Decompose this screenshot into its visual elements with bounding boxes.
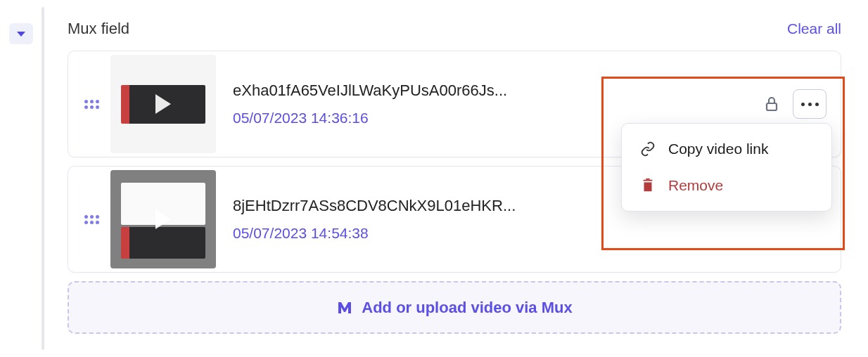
svg-rect-3 [646, 178, 650, 180]
video-thumbnail[interactable] [110, 55, 216, 153]
copy-link-label: Copy video link [668, 141, 768, 157]
chevron-down-icon [17, 32, 25, 37]
play-icon [155, 209, 171, 229]
svg-rect-1 [644, 180, 653, 181]
drag-handle-icon[interactable] [82, 210, 101, 228]
copy-video-link-item[interactable]: Copy video link [622, 131, 831, 167]
remove-item[interactable]: Remove [622, 167, 831, 204]
video-thumbnail[interactable] [110, 170, 216, 268]
play-icon [155, 94, 171, 114]
remove-label: Remove [668, 177, 723, 194]
svg-rect-2 [644, 182, 652, 191]
video-card: eXha01fA65VeIJlLWaKyPUsA00r66Js... 05/07… [68, 51, 841, 157]
link-icon [640, 141, 656, 157]
drag-handle-icon[interactable] [82, 95, 101, 113]
svg-rect-0 [767, 103, 777, 110]
clear-all-link[interactable]: Clear all [787, 20, 841, 37]
video-timestamp: 05/07/2023 14:54:38 [233, 225, 826, 242]
add-or-upload-button[interactable]: Add or upload video via Mux [68, 281, 841, 334]
upload-label: Add or upload video via Mux [362, 299, 572, 317]
mux-logo-icon [336, 299, 353, 316]
lock-icon [763, 95, 780, 113]
collapse-toggle[interactable] [9, 23, 33, 44]
vertical-divider [42, 7, 44, 350]
video-id-label: 8jEHtDzrr7ASs8CDV8CNkX9L01eHKR... [233, 197, 627, 215]
actions-popover: Copy video link Remove [621, 123, 832, 212]
video-id-label: eXha01fA65VeIJlLWaKyPUsA00r66Js... [233, 82, 627, 100]
more-actions-button[interactable] [793, 89, 826, 119]
trash-icon [640, 178, 656, 193]
field-title: Mux field [68, 20, 129, 38]
